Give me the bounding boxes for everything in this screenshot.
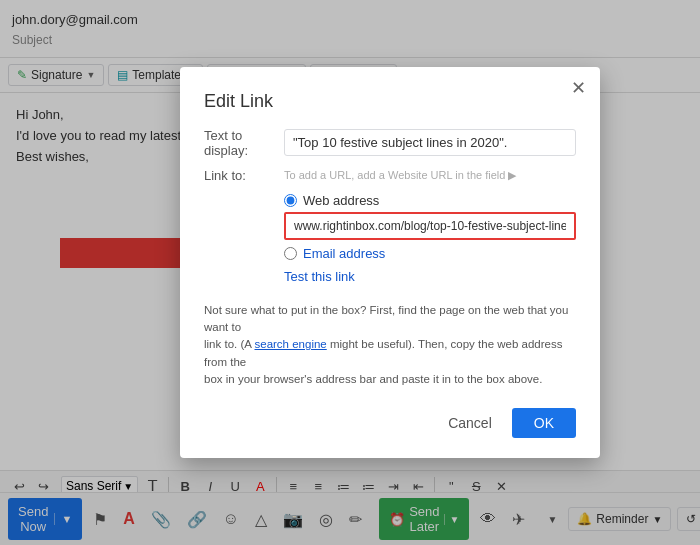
modal-overlay: Edit Link ✕ Text to display: Link to: To… bbox=[0, 0, 700, 545]
search-engine-link[interactable]: search engine bbox=[255, 338, 327, 350]
helper-text-4: box in your browser's address bar and pa… bbox=[204, 373, 542, 385]
link-to-row: Link to: To add a URL, add a Website URL… bbox=[204, 168, 576, 183]
text-to-display-label: Text to display: bbox=[204, 128, 284, 158]
email-address-radio[interactable] bbox=[284, 247, 297, 260]
email-address-row: Email address bbox=[284, 246, 576, 261]
web-address-row: Web address bbox=[284, 193, 576, 208]
text-to-display-row: Text to display: bbox=[204, 128, 576, 158]
url-input[interactable] bbox=[284, 212, 576, 240]
web-address-radio[interactable] bbox=[284, 194, 297, 207]
helper-text: Not sure what to put in the box? First, … bbox=[204, 302, 576, 388]
edit-link-modal: Edit Link ✕ Text to display: Link to: To… bbox=[180, 67, 600, 458]
url-input-container bbox=[284, 212, 576, 240]
email-address-label[interactable]: Email address bbox=[303, 246, 385, 261]
link-to-label: Link to: bbox=[204, 168, 284, 183]
helper-text-1: Not sure what to put in the box? First, … bbox=[204, 304, 568, 333]
cancel-button[interactable]: Cancel bbox=[436, 409, 504, 437]
test-link-button[interactable]: Test this link bbox=[284, 269, 355, 284]
link-type-group: Web address Email address bbox=[204, 193, 576, 261]
ok-button[interactable]: OK bbox=[512, 408, 576, 438]
modal-close-button[interactable]: ✕ bbox=[571, 79, 586, 97]
modal-title: Edit Link bbox=[204, 91, 576, 112]
helper-text-2: link to. (A bbox=[204, 338, 255, 350]
modal-actions: Cancel OK bbox=[204, 408, 576, 438]
link-to-hint: To add a URL, add a Website URL in the f… bbox=[284, 169, 516, 182]
web-address-label: Web address bbox=[303, 193, 379, 208]
compose-area: john.dory@gmail.com Subject ✎ Signature … bbox=[0, 0, 700, 545]
text-to-display-input[interactable] bbox=[284, 129, 576, 156]
